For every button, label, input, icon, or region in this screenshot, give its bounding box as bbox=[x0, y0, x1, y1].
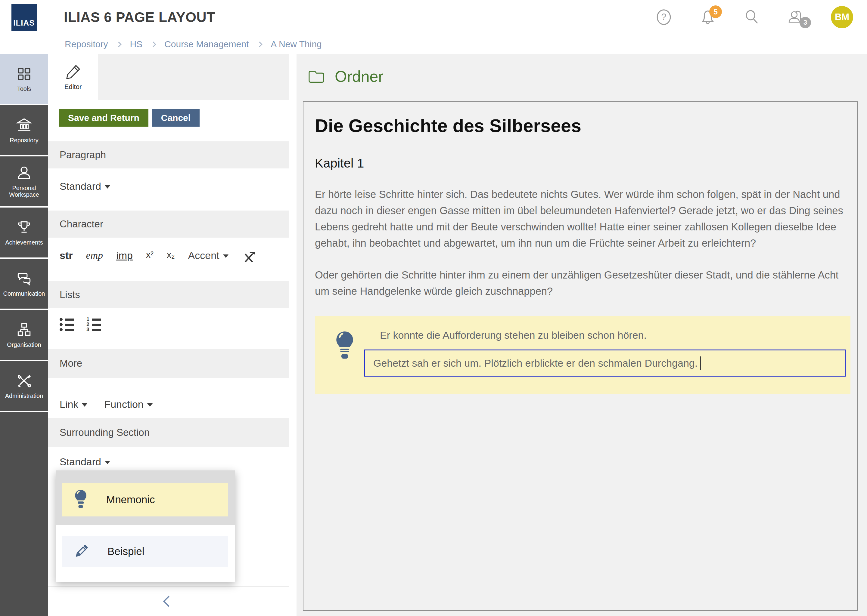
menu-option-wrapper: Mnemonic bbox=[56, 470, 235, 525]
mnemonic-section: Er konnte die Aufforderung stehen zu ble… bbox=[315, 316, 850, 394]
document-title: Die Geschichte des Silbersees bbox=[315, 115, 850, 136]
object-header: Ordner bbox=[296, 54, 867, 85]
document-subtitle: Kapitel 1 bbox=[315, 156, 850, 171]
sidebar-item-organisation[interactable]: Organisation bbox=[0, 310, 48, 360]
chevron-down-icon bbox=[147, 403, 153, 407]
content-row: Tools Repository Personal Workspace bbox=[0, 54, 867, 616]
function-dropdown[interactable]: Function bbox=[104, 390, 152, 418]
strong-button[interactable]: str bbox=[60, 250, 73, 261]
document-paragraph[interactable]: Er hörte leise Schritte hinter sich. Das… bbox=[315, 186, 850, 251]
top-header: ILIAS ILIAS 6 PAGE LAYOUT ? 5 bbox=[0, 0, 867, 34]
sidebar-item-repository[interactable]: Repository bbox=[0, 105, 48, 155]
chevron-right-icon bbox=[257, 41, 263, 47]
numbered-list-button[interactable]: 1 2 3 bbox=[86, 317, 101, 349]
document-paragraph[interactable]: Oder gehörten die Schritte hinter ihm zu… bbox=[315, 267, 850, 299]
object-type-label: Ordner bbox=[335, 68, 383, 85]
contacts-badge: 3 bbox=[799, 17, 811, 28]
folder-icon bbox=[308, 69, 325, 84]
contacts-button[interactable]: 3 bbox=[787, 8, 804, 26]
lists-row: 1 2 3 bbox=[48, 308, 289, 349]
mnemonic-line[interactable]: Er konnte die Aufforderung stehen zu ble… bbox=[380, 329, 850, 341]
search-icon bbox=[743, 9, 760, 25]
cancel-button[interactable]: Cancel bbox=[152, 109, 200, 127]
lightbulb-icon bbox=[334, 329, 356, 363]
rail-filler bbox=[0, 412, 48, 616]
bank-icon bbox=[16, 117, 32, 133]
paragraph-style-row: Standard bbox=[48, 168, 289, 211]
surrounding-style-dropdown[interactable]: Standard bbox=[60, 456, 110, 468]
inline-edit-field[interactable]: Gehetzt sah er sich um. Plötzlich erblic… bbox=[364, 349, 846, 377]
grid-icon bbox=[16, 66, 32, 82]
important-button[interactable]: imp bbox=[116, 250, 133, 261]
chevron-down-icon bbox=[105, 185, 110, 189]
sidebar-item-tools[interactable]: Tools bbox=[0, 54, 48, 104]
paragraph-style-dropdown[interactable]: Standard bbox=[60, 181, 110, 192]
main-menu-rail: Tools Repository Personal Workspace bbox=[0, 54, 48, 616]
chevron-down-icon bbox=[223, 255, 229, 258]
link-dropdown[interactable]: Link bbox=[60, 390, 87, 418]
section-lists-header: Lists bbox=[48, 281, 289, 308]
breadcrumb-hs[interactable]: HS bbox=[130, 39, 142, 49]
chevron-down-icon bbox=[82, 403, 87, 407]
clear-format-icon bbox=[242, 250, 256, 264]
edit-field-text: Gehetzt sah er sich um. Plötzlich erblic… bbox=[373, 357, 698, 369]
sidebar-item-personal-workspace[interactable]: Personal Workspace bbox=[0, 156, 48, 206]
chevron-right-icon bbox=[151, 41, 156, 47]
search-button[interactable] bbox=[743, 8, 760, 26]
workspace: Ordner Die Geschichte des Silbersees Kap… bbox=[296, 54, 867, 616]
ilias-logo[interactable]: ILIAS bbox=[11, 4, 37, 31]
avatar[interactable]: BM bbox=[831, 6, 853, 28]
ilias-logo-text: ILIAS bbox=[13, 18, 35, 28]
orgchart-icon bbox=[16, 322, 32, 338]
editor-slate: Editor Save and Return Cancel Paragraph … bbox=[48, 54, 289, 616]
svg-text:?: ? bbox=[661, 12, 667, 22]
page-title: ILIAS 6 PAGE LAYOUT bbox=[64, 9, 215, 25]
editor-tab-label: Editor bbox=[65, 83, 82, 91]
character-format-row: str emp imp x² x₂ Accent bbox=[48, 237, 289, 281]
notification-badge: 5 bbox=[709, 5, 722, 18]
breadcrumb-a-new-thing[interactable]: A New Thing bbox=[271, 39, 322, 49]
superscript-button[interactable]: x² bbox=[146, 250, 153, 260]
notifications-button[interactable]: 5 bbox=[699, 8, 716, 26]
section-more-header: More bbox=[48, 349, 289, 378]
subscript-button[interactable]: x₂ bbox=[167, 250, 175, 260]
ilias-app: ILIAS ILIAS 6 PAGE LAYOUT ? 5 bbox=[0, 0, 867, 616]
breadcrumb: Repository HS Course Management A New Th… bbox=[0, 34, 867, 54]
save-and-return-button[interactable]: Save and Return bbox=[59, 109, 148, 127]
crossed-tools-icon bbox=[16, 372, 32, 389]
tab-editor[interactable]: Editor bbox=[48, 54, 98, 100]
clear-format-button[interactable] bbox=[242, 250, 256, 264]
panel-divider bbox=[289, 54, 296, 616]
menu-option-wrapper: Beispiel bbox=[56, 525, 235, 582]
breadcrumb-repository[interactable]: Repository bbox=[65, 39, 108, 49]
chevron-down-icon bbox=[105, 461, 110, 464]
editor-tab-strip: Editor bbox=[48, 54, 289, 100]
lightbulb-icon bbox=[73, 489, 88, 510]
breadcrumb-course-management[interactable]: Course Management bbox=[164, 39, 249, 49]
collapse-panel-button[interactable] bbox=[163, 596, 174, 607]
section-paragraph-header: Paragraph bbox=[48, 141, 289, 168]
sidebar-item-communication[interactable]: Communication bbox=[0, 259, 48, 309]
person-icon bbox=[16, 165, 32, 181]
help-icon: ? bbox=[655, 9, 672, 25]
header-actions: ? 5 bbox=[655, 0, 853, 34]
menu-option-beispiel[interactable]: Beispiel bbox=[62, 536, 228, 567]
trophy-icon bbox=[16, 219, 32, 236]
panel-footer bbox=[48, 586, 289, 616]
pencil-icon bbox=[65, 63, 82, 81]
help-button[interactable]: ? bbox=[655, 8, 673, 26]
page-content-box[interactable]: Die Geschichte des Silbersees Kapitel 1 … bbox=[303, 101, 858, 611]
menu-option-mnemonic[interactable]: Mnemonic bbox=[62, 483, 228, 517]
text-cursor bbox=[700, 357, 701, 370]
accent-dropdown[interactable]: Accent bbox=[188, 250, 229, 261]
editor-actions: Save and Return Cancel bbox=[48, 100, 289, 141]
sidebar-item-achievements[interactable]: Achievements bbox=[0, 207, 48, 258]
bullet-list-button[interactable] bbox=[60, 317, 74, 349]
sidebar-item-administration[interactable]: Administration bbox=[0, 361, 48, 411]
surrounding-style-menu: Mnemonic Beispiel bbox=[56, 470, 235, 582]
more-row: Link Function bbox=[48, 378, 289, 418]
chat-icon bbox=[16, 270, 32, 287]
emphasis-button[interactable]: emp bbox=[86, 250, 103, 261]
chevron-right-icon bbox=[116, 41, 121, 47]
pencil-icon bbox=[73, 543, 90, 559]
